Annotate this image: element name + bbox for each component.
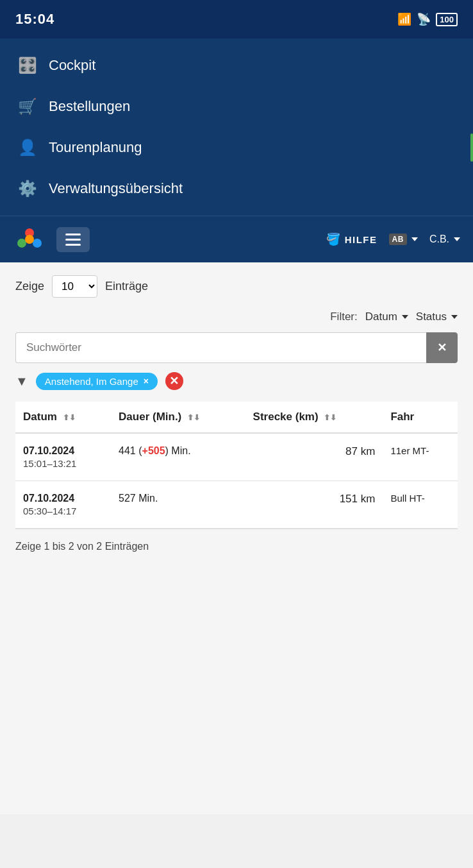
sort-icon: ⬆⬇	[187, 413, 200, 422]
hamburger-button[interactable]	[56, 227, 90, 252]
help-icon: 🪣	[326, 232, 341, 246]
chevron-down-icon	[451, 315, 458, 319]
cart-icon: 🛒	[18, 98, 37, 115]
datum-filter-label: Datum	[365, 311, 397, 323]
user-label: C.B.	[429, 234, 449, 245]
toolbar: 🪣 Hilfe AB C.B.	[0, 216, 473, 262]
hamburger-line	[65, 234, 81, 235]
battery-icon: 100	[436, 13, 458, 26]
hilfe-button[interactable]: 🪣 Hilfe	[326, 232, 378, 246]
cell-dauer-1: 441 (+505) Min.	[111, 433, 245, 481]
chevron-down-icon	[411, 237, 418, 241]
status-icons: 📶 📡 100	[397, 12, 458, 26]
svg-point-1	[17, 239, 26, 248]
entries-select[interactable]: 10 25 50 100	[52, 275, 97, 298]
sidebar-item-label: Cockpit	[49, 57, 95, 74]
logo-icon	[13, 223, 46, 256]
filter-tag-remove-button[interactable]: ×	[144, 376, 149, 386]
filter-label: Filter:	[330, 311, 358, 323]
search-clear-button[interactable]: ✕	[426, 332, 458, 363]
sidebar-item-label: Bestellungen	[49, 98, 130, 115]
filter-clear-all-button[interactable]: ✕	[165, 372, 183, 390]
wifi-icon: 📡	[417, 12, 431, 26]
search-input[interactable]	[15, 332, 426, 363]
cell-datum-2: 07.10.2024 05:30–14:17	[15, 481, 111, 529]
svg-point-2	[33, 239, 42, 248]
cell-strecke-2: 151 km	[245, 481, 383, 529]
sidebar-item-verwaltung[interactable]: ⚙️ Verwaltungsübersicht	[0, 168, 473, 209]
cell-fahr-2: Bull HT-	[383, 481, 458, 529]
status-filter-button[interactable]: Status	[416, 311, 458, 323]
table-header-row: Datum ⬆⬇ Dauer (Min.) ⬆⬇ Strecke (km) ⬆⬇…	[15, 402, 458, 433]
active-filter-tag: Anstehend, Im Gange ×	[36, 373, 158, 390]
col-dauer[interactable]: Dauer (Min.) ⬆⬇	[111, 402, 245, 433]
datum-filter-button[interactable]: Datum	[365, 311, 408, 323]
sidebar-item-bestellungen[interactable]: 🛒 Bestellungen	[0, 86, 473, 127]
col-fahr[interactable]: Fahr	[383, 402, 458, 433]
content-area: Zeige 10 25 50 100 Einträge Filter: Datu…	[0, 262, 473, 814]
filter-tags-row: ▼ Anstehend, Im Gange × ✕	[15, 372, 458, 390]
sidebar-item-label: Tourenplanung	[49, 139, 142, 156]
table-row[interactable]: 07.10.2024 05:30–14:17 527 Min. 151 km B…	[15, 481, 458, 529]
settings-icon: ⚙️	[18, 180, 37, 198]
show-label: Zeige	[15, 280, 44, 293]
lang-icon: AB	[389, 234, 407, 245]
filter-tag-text: Anstehend, Im Gange	[45, 376, 138, 387]
filter-row: Filter: Datum Status	[15, 311, 458, 323]
show-entries-row: Zeige 10 25 50 100 Einträge	[15, 275, 458, 298]
sort-icon: ⬆⬇	[324, 413, 336, 422]
close-icon: ✕	[437, 341, 447, 354]
filter-funnel-icon: ▼	[15, 374, 28, 389]
chevron-down-icon	[454, 237, 460, 241]
toolbar-right: 🪣 Hilfe AB C.B.	[326, 232, 460, 246]
language-button[interactable]: AB	[389, 234, 418, 245]
table-row[interactable]: 07.10.2024 15:01–13:21 441 (+505) Min. 8…	[15, 433, 458, 481]
svg-point-3	[25, 235, 34, 244]
signal-icon: 📶	[397, 12, 411, 26]
status-filter-label: Status	[416, 311, 447, 323]
close-icon: ✕	[169, 374, 179, 388]
search-row: ✕	[15, 332, 458, 363]
entries-label: Einträge	[105, 280, 148, 293]
cockpit-icon: 🎛️	[18, 56, 37, 74]
hamburger-line	[65, 244, 81, 246]
user-menu-button[interactable]: C.B.	[429, 234, 460, 245]
pagination-info: Zeige 1 bis 2 von 2 Einträgen	[15, 541, 149, 552]
data-table: Datum ⬆⬇ Dauer (Min.) ⬆⬇ Strecke (km) ⬆⬇…	[15, 402, 458, 529]
status-time: 15:04	[15, 11, 54, 28]
hamburger-line	[65, 239, 81, 241]
col-datum[interactable]: Datum ⬆⬇	[15, 402, 111, 433]
navigation-menu: 🎛️ Cockpit 🛒 Bestellungen 👤 Tourenplanun…	[0, 38, 473, 216]
hilfe-label: Hilfe	[345, 234, 378, 245]
chevron-down-icon	[402, 315, 408, 319]
sort-icon: ⬆⬇	[63, 413, 76, 422]
sidebar-item-label: Verwaltungsübersicht	[49, 180, 183, 197]
cell-dauer-2: 527 Min.	[111, 481, 245, 529]
sidebar-item-tourenplanung[interactable]: 👤 Tourenplanung	[0, 127, 473, 168]
table-footer: Zeige 1 bis 2 von 2 Einträgen	[15, 529, 458, 559]
col-strecke[interactable]: Strecke (km) ⬆⬇	[245, 402, 383, 433]
status-bar: 15:04 📶 📡 100	[0, 0, 473, 38]
cell-datum-1: 07.10.2024 15:01–13:21	[15, 433, 111, 481]
tour-icon: 👤	[18, 139, 37, 157]
sidebar-item-cockpit[interactable]: 🎛️ Cockpit	[0, 45, 473, 86]
cell-strecke-1: 87 km	[245, 433, 383, 481]
cell-fahr-1: 11er MT-	[383, 433, 458, 481]
